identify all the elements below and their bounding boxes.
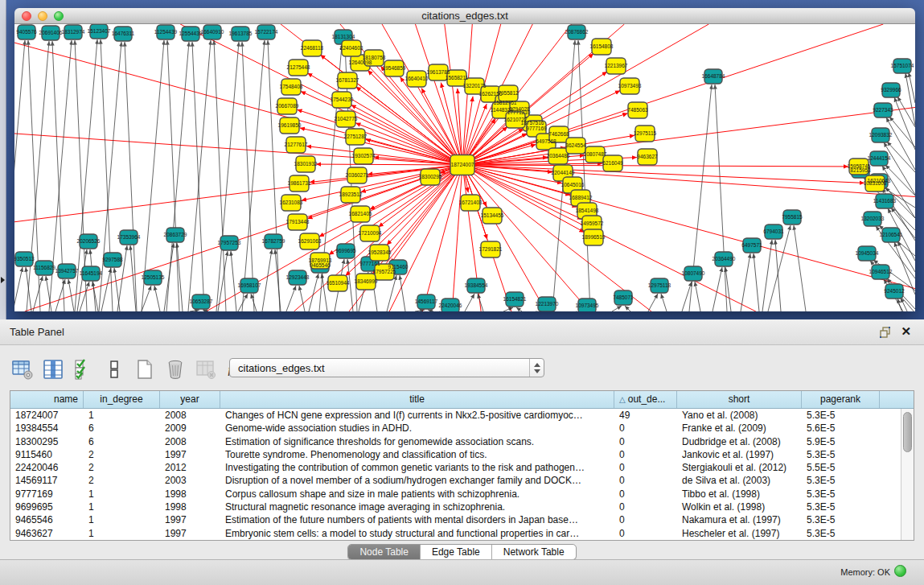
float-window-icon[interactable]: [879, 326, 892, 339]
cell-pagerank[interactable]: 5.3E-5: [802, 488, 880, 501]
cell-title[interactable]: Estimation of the future numbers of pati…: [220, 513, 614, 526]
cell-pagerank[interactable]: 5.3E-5: [802, 527, 880, 540]
column-header-short[interactable]: short: [677, 391, 802, 408]
new-table-icon[interactable]: [133, 358, 156, 381]
import-table-icon[interactable]: [195, 358, 217, 381]
column-header-out_de[interactable]: △out_de...: [614, 391, 677, 408]
table-row[interactable]: 1456911722003Disruption of a novel membe…: [10, 474, 901, 487]
cell-pagerank[interactable]: 5.6E-5: [802, 422, 880, 435]
table-row[interactable]: 1938455462009Genome-wide association stu…: [10, 422, 901, 435]
cell-out_de[interactable]: 0: [614, 513, 677, 526]
table-row[interactable]: 1872400712008Changes of HCN gene express…: [10, 409, 901, 422]
cell-out_de[interactable]: 0: [614, 435, 677, 448]
table-row[interactable]: 1830029562008Estimation of significance …: [10, 435, 901, 448]
cell-out_de[interactable]: 0: [614, 461, 677, 474]
cell-in_degree[interactable]: 1: [84, 527, 160, 540]
cell-year[interactable]: 2008: [160, 435, 220, 448]
table-row[interactable]: 946362711997Embryonic stem cells: a mode…: [10, 527, 901, 540]
cell-year[interactable]: 1997: [160, 513, 220, 526]
panel-collapse-arrow-icon[interactable]: [1, 277, 5, 283]
network-canvas[interactable]: 9405576206914061831297415123407164763111…: [14, 24, 915, 311]
column-header-year[interactable]: year: [160, 391, 220, 408]
cell-short[interactable]: Hescheler et al. (1997): [677, 527, 802, 540]
table-row[interactable]: 2242004622012Investigating the contribut…: [10, 461, 901, 474]
cell-in_degree[interactable]: 1: [84, 501, 160, 513]
column-header-title[interactable]: title: [220, 391, 614, 408]
cell-year[interactable]: 2012: [160, 461, 220, 474]
cell-name[interactable]: 9699695: [10, 501, 84, 513]
cell-out_de[interactable]: 0: [614, 501, 677, 513]
cell-year[interactable]: 2003: [160, 474, 220, 487]
select-rows-icon[interactable]: [72, 358, 95, 381]
vertical-scrollbar[interactable]: [901, 409, 914, 540]
tab-node-table[interactable]: Node Table: [348, 545, 421, 559]
tab-network-table[interactable]: Network Table: [492, 545, 576, 559]
cell-pagerank[interactable]: 5.3E-5: [802, 409, 880, 422]
cell-out_de[interactable]: 0: [614, 527, 677, 540]
cell-in_degree[interactable]: 2: [84, 461, 160, 474]
cell-name[interactable]: 9115460: [10, 448, 84, 461]
delete-table-icon[interactable]: [164, 358, 187, 381]
cell-name[interactable]: 14569117: [10, 474, 84, 487]
cell-title[interactable]: Genome-wide association studies in ADHD.: [220, 422, 614, 435]
cell-title[interactable]: Embryonic stem cells: a model to study s…: [220, 527, 614, 540]
cell-out_de[interactable]: 49: [614, 409, 677, 422]
close-icon[interactable]: ✕: [901, 324, 911, 339]
table-row[interactable]: 969969511998Structural magnetic resonanc…: [10, 501, 901, 513]
table-row[interactable]: 977716911998Corpus callosum shape and si…: [10, 488, 901, 501]
cell-year[interactable]: 1998: [160, 488, 220, 501]
cell-year[interactable]: 1997: [160, 448, 220, 461]
cell-title[interactable]: Estimation of significance thresholds fo…: [220, 435, 614, 448]
cell-in_degree[interactable]: 1: [84, 513, 160, 526]
cell-name[interactable]: 18300295: [10, 435, 84, 448]
cell-title[interactable]: Corpus callosum shape and size in male p…: [220, 488, 614, 501]
cell-year[interactable]: 1997: [160, 527, 220, 540]
row-height-icon[interactable]: [103, 358, 125, 381]
cell-in_degree[interactable]: 2: [84, 474, 160, 487]
cell-name[interactable]: 19384554: [10, 422, 84, 435]
tab-edge-table[interactable]: Edge Table: [421, 545, 492, 559]
cell-short[interactable]: Wolkin et al. (1998): [677, 501, 802, 513]
cell-short[interactable]: Franke et al. (2009): [677, 422, 802, 435]
cell-pagerank[interactable]: 5.9E-5: [802, 435, 880, 448]
cell-short[interactable]: Nakamura et al. (1997): [677, 513, 802, 526]
table-settings-icon[interactable]: [11, 358, 34, 381]
column-header-in_degree[interactable]: in_degree: [84, 391, 160, 408]
cell-name[interactable]: 9465546: [10, 513, 84, 526]
cell-title[interactable]: Disruption of a novel member of a sodium…: [220, 474, 614, 487]
cell-out_de[interactable]: 0: [614, 448, 677, 461]
table-selector-dropdown[interactable]: citations_edges.txt: [229, 358, 544, 377]
cell-pagerank[interactable]: 5.3E-5: [802, 513, 880, 526]
window-titlebar[interactable]: citations_edges.txt: [14, 8, 915, 24]
memory-status-indicator[interactable]: [894, 565, 906, 577]
cell-in_degree[interactable]: 1: [84, 488, 160, 501]
scrollbar-thumb[interactable]: [903, 412, 912, 452]
cell-name[interactable]: 22420046: [10, 461, 84, 474]
cell-short[interactable]: Tibbo et al. (1998): [677, 488, 802, 501]
cell-year[interactable]: 2009: [160, 422, 220, 435]
column-header-name[interactable]: name: [10, 391, 84, 408]
cell-short[interactable]: de Silva et al. (2003): [677, 474, 802, 487]
cell-in_degree[interactable]: 1: [84, 409, 160, 422]
cell-in_degree[interactable]: 6: [84, 422, 160, 435]
cell-pagerank[interactable]: 5.5E-5: [802, 461, 880, 474]
cell-out_de[interactable]: 0: [614, 488, 677, 501]
cell-pagerank[interactable]: 5.3E-5: [802, 474, 880, 487]
cell-name[interactable]: 9463627: [10, 527, 84, 540]
cell-title[interactable]: Tourette syndrome. Phenomenology and cla…: [220, 448, 614, 461]
cell-year[interactable]: 2008: [160, 409, 220, 422]
cell-in_degree[interactable]: 2: [84, 448, 160, 461]
column-header-pagerank[interactable]: pagerank: [802, 391, 880, 408]
cell-out_de[interactable]: 0: [614, 474, 677, 487]
cell-pagerank[interactable]: 5.3E-5: [802, 448, 880, 461]
cell-out_de[interactable]: 0: [614, 422, 677, 435]
column-visibility-icon[interactable]: [42, 358, 64, 381]
table-row[interactable]: 911546021997Tourette syndrome. Phenomeno…: [10, 448, 901, 461]
table-row[interactable]: 946554611997Estimation of the future num…: [10, 513, 901, 526]
cell-short[interactable]: Yano et al. (2008): [677, 409, 802, 422]
cell-pagerank[interactable]: 5.3E-5: [802, 501, 880, 513]
cell-in_degree[interactable]: 6: [84, 435, 160, 448]
cell-name[interactable]: 18724007: [10, 409, 84, 422]
cell-short[interactable]: Stergiakouli et al. (2012): [677, 461, 802, 474]
cell-title[interactable]: Structural magnetic resonance image aver…: [220, 501, 614, 513]
